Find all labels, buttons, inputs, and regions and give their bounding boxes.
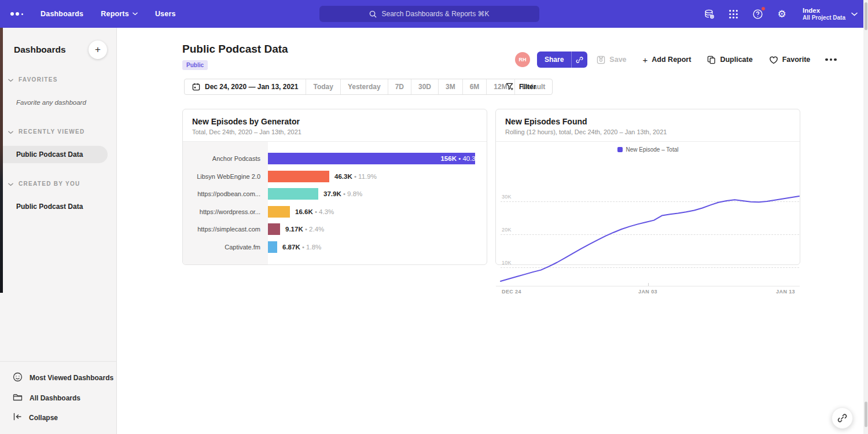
sidebar-section-created-by-you[interactable]: CREATED BY YOU bbox=[8, 178, 116, 189]
brand-dot bbox=[16, 12, 19, 16]
bar-segment[interactable] bbox=[268, 241, 277, 253]
date-preset-3m[interactable]: 3M bbox=[438, 79, 462, 94]
date-range-label: Dec 24, 2020 — Jan 13, 2021 bbox=[205, 83, 298, 91]
x-tick-label-jan-13: JAN 13 bbox=[776, 289, 795, 295]
bar-row-anchor-podcasts: Anchor Podcasts156K • 40.3% bbox=[183, 150, 487, 168]
bar-row-https-podbean-com: https://podbean.com...37.9K • 9.8% bbox=[183, 185, 487, 203]
date-preset-today[interactable]: Today bbox=[306, 79, 340, 94]
project-switcher[interactable]: Index All Project Data bbox=[803, 6, 858, 22]
bar-segment[interactable] bbox=[268, 223, 280, 235]
share-button[interactable]: Share bbox=[537, 52, 587, 68]
visibility-badge: Public bbox=[182, 60, 208, 70]
date-range-bar: Dec 24, 2020 — Jan 13, 2021 TodayYesterd… bbox=[184, 79, 553, 95]
bar-value-label: 16.6K • 4.3% bbox=[295, 208, 334, 215]
bar-category-label: Libsyn WebEngine 2.0 bbox=[183, 173, 268, 180]
avatar[interactable]: RH bbox=[515, 52, 530, 67]
duplicate-button[interactable]: Duplicate bbox=[707, 56, 752, 64]
smiley-icon bbox=[13, 372, 23, 384]
date-preset-30d[interactable]: 30D bbox=[411, 79, 438, 94]
x-tick-label-dec-24: DEC 24 bbox=[502, 289, 521, 295]
filter-icon bbox=[506, 83, 514, 91]
favorite-button[interactable]: Favorite bbox=[769, 56, 811, 64]
bar-segment[interactable] bbox=[268, 188, 318, 200]
help-icon[interactable] bbox=[752, 8, 763, 20]
share-button-label[interactable]: Share bbox=[537, 52, 571, 68]
sidebar-item-public-podcast-data[interactable]: Public Podcast Data bbox=[0, 146, 108, 163]
line-plot-area: 30K20K10K bbox=[501, 189, 799, 286]
card-title: New Episodes by Generator bbox=[192, 117, 477, 126]
date-preset-7d[interactable]: 7D bbox=[388, 79, 411, 94]
top-nav: DashboardsReportsUsers Search Dashboards… bbox=[0, 0, 868, 28]
data-sources-icon[interactable] bbox=[703, 8, 715, 20]
card-new-episodes-found: New Episodes Found Rolling (12 hours), t… bbox=[495, 109, 800, 265]
scrollbar-thumb-secondary[interactable] bbox=[865, 402, 867, 427]
bar-category-label: https://podbean.com... bbox=[183, 190, 268, 197]
notification-badge bbox=[761, 6, 766, 11]
sidebar-placeholder-text: Favorite any dashboard bbox=[0, 94, 116, 111]
date-range-picker[interactable]: Dec 24, 2020 — Jan 13, 2021 bbox=[185, 79, 306, 94]
chevron-down-icon bbox=[8, 74, 13, 84]
brand-dot-small bbox=[21, 13, 23, 15]
card-new-episodes-by-generator: New Episodes by Generator Total, Dec 24t… bbox=[182, 109, 487, 265]
sidebar-footer-most-viewed-dashboards[interactable]: Most Viewed Dashboards bbox=[0, 367, 116, 388]
share-link-icon[interactable] bbox=[571, 52, 587, 68]
page-title: Public Podcast Data bbox=[182, 43, 288, 56]
settings-gear-icon[interactable]: ⚙ bbox=[776, 8, 788, 20]
page-actions: RH Share Save + Add Report Duplicate Fav… bbox=[515, 52, 837, 68]
bar-row-https-simplecast-com: https://simplecast.com9.17K • 2.4% bbox=[183, 220, 487, 238]
app-root: DashboardsReportsUsers Search Dashboards… bbox=[0, 0, 868, 434]
chart-legend: New Episode – Total bbox=[496, 146, 800, 153]
sidebar-section-favorites[interactable]: FAVORITES bbox=[8, 74, 116, 84]
sidebar-title: Dashboards bbox=[14, 45, 66, 55]
link-icon bbox=[837, 413, 847, 423]
line-chart: New Episode – Total 30K20K10K DEC 24JAN … bbox=[496, 142, 800, 264]
nav-item-reports[interactable]: Reports bbox=[101, 10, 138, 18]
bar-segment[interactable] bbox=[268, 171, 329, 182]
scrollbar[interactable] bbox=[863, 0, 868, 434]
bar-value-label: 37.9K • 9.8% bbox=[323, 190, 362, 197]
calendar-icon bbox=[192, 83, 200, 91]
nav-right-cluster: ⚙ Index All Project Data bbox=[703, 0, 858, 28]
heart-icon bbox=[769, 56, 778, 64]
bar-value-label: 9.17K • 2.4% bbox=[285, 226, 324, 233]
nav-item-dashboards[interactable]: Dashboards bbox=[41, 10, 83, 18]
bar-category-label: https://wordpress.or... bbox=[183, 208, 268, 215]
brand-logo-icon[interactable] bbox=[10, 12, 23, 16]
more-options-button[interactable] bbox=[825, 58, 837, 61]
project-name: Index bbox=[803, 6, 845, 14]
duplicate-icon bbox=[707, 56, 716, 64]
main-nav-items: DashboardsReportsUsers bbox=[41, 10, 176, 18]
add-dashboard-button[interactable]: + bbox=[89, 41, 107, 59]
date-preset-yesterday[interactable]: Yesterday bbox=[340, 79, 388, 94]
line-series-new-episode-total bbox=[501, 189, 799, 286]
date-preset-6m[interactable]: 6M bbox=[462, 79, 487, 94]
x-axis-line bbox=[496, 286, 800, 286]
x-axis-tick bbox=[648, 283, 649, 286]
scrollbar-thumb[interactable] bbox=[865, 2, 867, 30]
add-report-button[interactable]: + Add Report bbox=[643, 56, 692, 64]
x-tick-label-jan-03: JAN 03 bbox=[638, 289, 657, 295]
sidebar-section-recently-viewed[interactable]: RECENTLY VIEWED bbox=[8, 126, 116, 137]
bar-category-label: Anchor Podcasts bbox=[183, 155, 268, 162]
floating-link-button[interactable] bbox=[832, 407, 853, 429]
sidebar: Dashboards + FAVORITESFavorite any dashb… bbox=[0, 28, 117, 434]
apps-grid-icon[interactable] bbox=[727, 8, 739, 20]
legend-label: New Episode – Total bbox=[626, 146, 679, 153]
sidebar-item-public-podcast-data[interactable]: Public Podcast Data bbox=[0, 198, 116, 215]
search-icon bbox=[369, 10, 377, 18]
bar-segment[interactable] bbox=[268, 206, 290, 218]
bar-row-libsyn-webengine-2-0: Libsyn WebEngine 2.046.3K • 11.9% bbox=[183, 168, 487, 186]
card-subtitle: Rolling (12 hours), total, Dec 24th, 202… bbox=[505, 128, 790, 135]
bar-row-captivate-fm: Captivate.fm6.87K • 1.8% bbox=[183, 238, 487, 256]
bar-value-label: 156K • 40.3% bbox=[440, 155, 481, 162]
bar-row-https-wordpress-or: https://wordpress.or...16.6K • 4.3% bbox=[183, 203, 487, 221]
sidebar-footer-collapse[interactable]: Collapse bbox=[0, 408, 116, 427]
filter-button[interactable]: Filter bbox=[506, 79, 536, 95]
sidebar-footer-all-dashboards[interactable]: All Dashboards bbox=[0, 388, 116, 408]
legend-swatch bbox=[617, 147, 623, 152]
nav-item-users[interactable]: Users bbox=[155, 10, 176, 18]
card-title: New Episodes Found bbox=[505, 117, 790, 126]
save-button[interactable]: Save bbox=[597, 56, 626, 64]
search-input[interactable]: Search Dashboards & Reports ⌘K bbox=[319, 6, 539, 22]
search-placeholder: Search Dashboards & Reports ⌘K bbox=[381, 10, 489, 18]
